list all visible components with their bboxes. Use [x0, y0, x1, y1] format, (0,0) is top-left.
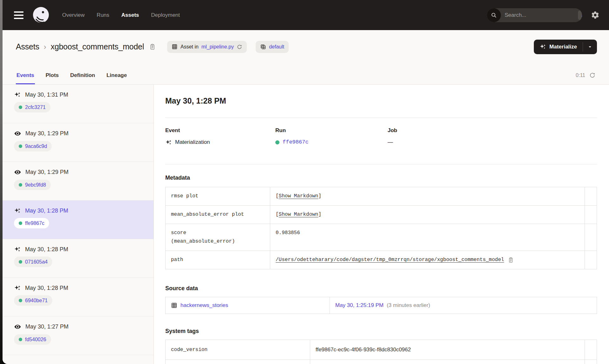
run-id-link[interactable]: ffe9867c	[283, 139, 309, 146]
materialization-sparkle-icon	[14, 246, 21, 253]
run-status-dot	[19, 299, 22, 302]
materialize-label: Materialize	[549, 44, 577, 50]
metadata-row: rmse plot[Show Markdown]	[166, 187, 597, 206]
group-badge[interactable]: default	[256, 41, 289, 53]
observation-eye-icon	[14, 323, 21, 330]
event-type-value: Materialization	[175, 139, 210, 146]
source-data-table: hackernews_storiesMay 30, 1:25:19 PM(3 m…	[165, 297, 597, 314]
system-tags-heading: System tags	[165, 328, 597, 335]
tag-key	[166, 360, 310, 364]
search-input[interactable]	[501, 12, 578, 18]
run-status-dot	[19, 183, 22, 187]
asset-name: xgboost_comments_model	[51, 42, 144, 51]
observation-eye-icon	[14, 130, 21, 137]
tag-value: ffe9867c-ec9c-4f06-939c-f8dc830c0962	[310, 340, 585, 360]
run-id: 9ebc9fd8	[25, 182, 46, 188]
observation-eye-icon	[14, 169, 21, 176]
event-list-item[interactable]: May 30, 1:28 PM071605a4	[3, 239, 154, 278]
breadcrumb-assets-link[interactable]: Assets	[16, 42, 39, 51]
event-title: May 30, 1:28 PM	[165, 96, 597, 105]
run-id-badge[interactable]: 9ebc9fd8	[14, 180, 51, 190]
job-value: —	[388, 139, 393, 146]
metadata-text-value: 0.983856	[276, 230, 300, 236]
event-label: Event	[165, 127, 275, 134]
spacer-cell	[585, 187, 597, 206]
metadata-key: rmse plot	[166, 187, 270, 206]
event-detail-panel: May 30, 1:28 PM Event Materialization	[154, 85, 609, 364]
nav-item-overview[interactable]: Overview	[62, 12, 85, 18]
run-id-badge[interactable]: 2cfc3271	[14, 102, 50, 112]
event-list-item[interactable]: May 30, 1:28 PMffe9867c	[3, 201, 154, 239]
run-id-badge[interactable]: 071605a4	[14, 257, 52, 267]
group-link[interactable]: default	[269, 44, 284, 50]
metadata-row: score(mean_absolute_error)0.983856	[166, 224, 597, 251]
materialize-options-button[interactable]	[583, 40, 597, 54]
event-list-item[interactable]: May 30, 1:29 PM9ebc9fd8	[3, 162, 154, 201]
source-asset-link[interactable]: hackernews_stories	[180, 301, 228, 310]
reload-location-icon[interactable]	[237, 44, 242, 50]
copy-asset-name-icon[interactable]	[149, 43, 156, 50]
materialize-button[interactable]: Materialize	[534, 40, 583, 54]
show-markdown-link[interactable]: Show Markdown	[279, 212, 318, 217]
tabs: EventsPlotsDefinitionLineage	[16, 72, 138, 84]
dagster-logo-icon[interactable]	[32, 7, 49, 24]
run-id: 9aca6c9d	[25, 144, 47, 149]
materialization-sparkle-icon	[14, 91, 21, 98]
copy-path-icon[interactable]	[508, 257, 514, 263]
source-time-link[interactable]: May 30, 1:25:19 PM	[335, 302, 383, 308]
tag-key: code_version	[166, 340, 310, 360]
search-icon	[487, 8, 501, 22]
metadata-heading: Metadata	[165, 175, 597, 181]
tab-definition[interactable]: Definition	[69, 72, 95, 84]
breadcrumb-separator: ›	[44, 42, 46, 51]
materialization-sparkle-icon	[14, 207, 21, 214]
event-list-item[interactable]: May 30, 1:27 PMfd540026	[3, 316, 154, 355]
spacer-cell	[585, 251, 597, 269]
event-list-item[interactable]: May 30, 1:28 PM6940be71	[3, 278, 154, 316]
nav-item-assets[interactable]: Assets	[121, 12, 139, 18]
code-location-badge[interactable]: Asset in ml_pipeline.py	[167, 41, 247, 53]
nav-item-deployment[interactable]: Deployment	[151, 12, 180, 18]
job-label: Job	[388, 127, 397, 134]
run-id-badge[interactable]: fd540026	[14, 334, 51, 345]
divider	[165, 118, 597, 118]
run-id-badge[interactable]: 9aca6c9d	[14, 141, 52, 151]
event-time: May 30, 1:27 PM	[25, 323, 69, 330]
nav-item-runs[interactable]: Runs	[97, 12, 109, 18]
global-search[interactable]: /	[487, 8, 582, 22]
source-time-note: (3 minutes earlier)	[387, 302, 430, 308]
primary-nav: OverviewRunsAssetsDeployment	[62, 12, 180, 18]
spacer-cell	[585, 360, 597, 364]
asset-grid-icon	[171, 302, 177, 309]
tab-plots[interactable]: Plots	[45, 72, 60, 84]
event-time: May 30, 1:31 PM	[25, 92, 68, 98]
materialize-split-button: Materialize	[534, 40, 597, 54]
run-id-badge[interactable]: 6940be71	[14, 295, 52, 306]
asset-header: Assets › xgboost_comments_model Asset in	[3, 30, 609, 63]
run-status-dot	[19, 260, 22, 264]
search-shortcut-badge: /	[578, 10, 582, 20]
code-location-prefix: Asset in	[180, 44, 199, 50]
system-tag-row-partial	[166, 360, 597, 364]
show-markdown-link[interactable]: Show Markdown	[279, 193, 318, 199]
breadcrumb: Assets › xgboost_comments_model	[16, 42, 156, 51]
code-location-link[interactable]: ml_pipeline.py	[201, 44, 234, 50]
window-edge	[0, 0, 3, 364]
settings-gear-icon[interactable]	[591, 11, 599, 19]
path-link[interactable]: /Users/odetteharary/code/dagster/tmp_0mz…	[276, 256, 504, 264]
refresh-icon[interactable]	[589, 72, 596, 79]
tab-lineage[interactable]: Lineage	[106, 72, 128, 84]
menu-icon[interactable]	[14, 11, 23, 19]
event-time: May 30, 1:28 PM	[25, 246, 68, 253]
run-status-dot	[19, 221, 22, 225]
source-data-row: hackernews_storiesMay 30, 1:25:19 PM(3 m…	[166, 297, 597, 314]
top-nav: OverviewRunsAssetsDeployment /	[3, 0, 609, 30]
tab-events[interactable]: Events	[16, 72, 35, 84]
run-status-dot	[19, 105, 22, 109]
metadata-value: [Show Markdown]	[270, 187, 585, 206]
system-tags-table: code_versionffe9867c-ec9c-4f06-939c-f8dc…	[165, 340, 597, 364]
event-list-item[interactable]: May 30, 1:31 PM2cfc3271	[3, 85, 154, 123]
event-list-item[interactable]: May 30, 1:29 PM9aca6c9d	[3, 123, 154, 162]
run-id-badge[interactable]: ffe9867c	[14, 218, 49, 228]
run-status-dot	[19, 338, 22, 341]
